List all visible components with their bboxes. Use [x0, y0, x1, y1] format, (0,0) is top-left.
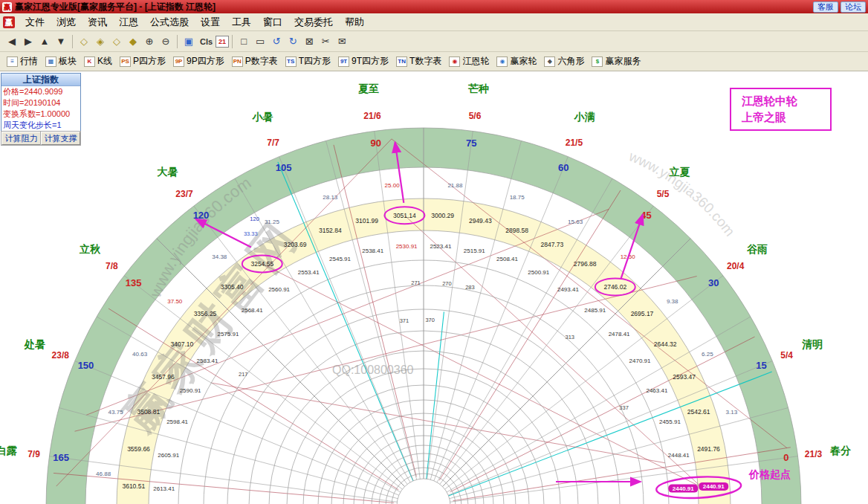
rotate-left-icon[interactable]: ↺ [268, 34, 285, 49]
svg-text:2440.91: 2440.91 [673, 485, 694, 492]
comment-tool-icon[interactable]: ✉ [334, 34, 350, 49]
svg-text:370: 370 [425, 317, 435, 323]
9p-square-button[interactable]: 9P9P四方形 [169, 54, 228, 69]
svg-text:3254.55: 3254.55 [250, 260, 273, 268]
svg-text:3508.81: 3508.81 [137, 408, 160, 416]
svg-text:30: 30 [708, 277, 719, 288]
svg-text:21/3: 21/3 [805, 449, 823, 459]
svg-text:2491.76: 2491.76 [697, 445, 720, 453]
svg-text:2575.91: 2575.91 [217, 331, 239, 337]
cut-tool-icon[interactable]: ✂ [317, 34, 334, 49]
svg-text:60: 60 [558, 162, 569, 173]
menu-item-江恩[interactable]: 江恩 [113, 13, 144, 31]
svg-text:21/6: 21/6 [363, 111, 381, 121]
svg-text:3051.14: 3051.14 [393, 212, 416, 219]
zoom-in-icon[interactable]: ⊕ [141, 34, 158, 49]
svg-text:2796.88: 2796.88 [574, 260, 597, 268]
calc-resistance-button[interactable]: 计算阻力 [1, 132, 41, 145]
svg-text:2448.41: 2448.41 [668, 452, 690, 459]
svg-text:23/8: 23/8 [52, 350, 70, 361]
kline-button[interactable]: KK线 [80, 54, 116, 69]
back-icon[interactable]: ◀ [4, 34, 20, 49]
svg-text:2508.41: 2508.41 [496, 256, 518, 262]
clear-button[interactable]: Cls [197, 34, 216, 49]
svg-text:25.00: 25.00 [385, 182, 401, 189]
calc-support-button[interactable]: 计算支撑 [41, 132, 80, 145]
p-number-table-button[interactable]: PNP数字表 [228, 54, 282, 69]
p-square-button[interactable]: PSP四方形 [116, 54, 169, 69]
diamond-grid-tool-icon[interactable]: ◈ [92, 34, 108, 49]
svg-text:3457.96: 3457.96 [152, 373, 175, 381]
menu-item-公式选股[interactable]: 公式选股 [144, 13, 195, 31]
toolbar-label: T四方形 [299, 55, 331, 68]
svg-text:夏至: 夏至 [358, 83, 379, 94]
svg-text:23/7: 23/7 [175, 189, 193, 199]
svg-text:313: 313 [566, 334, 575, 340]
svg-text:2695.17: 2695.17 [631, 310, 654, 317]
svg-text:90: 90 [371, 138, 381, 149]
svg-text:5/4: 5/4 [780, 350, 793, 361]
menu-item-设置[interactable]: 设置 [195, 13, 226, 31]
forum-button[interactable]: 论坛 [841, 1, 866, 13]
up-icon[interactable]: ▲ [36, 34, 53, 49]
menu-item-交易委托[interactable]: 交易委托 [288, 13, 339, 31]
info-row: 时间=20190104 [1, 97, 80, 109]
toolbar-label: 9T四方形 [352, 55, 389, 68]
down-icon[interactable]: ▼ [53, 34, 69, 49]
svg-text:2746.02: 2746.02 [603, 283, 626, 291]
menu-item-窗口[interactable]: 窗口 [257, 13, 288, 31]
diamond-solid-tool-icon[interactable]: ◆ [125, 34, 141, 49]
svg-text:2598.41: 2598.41 [166, 419, 188, 425]
wheel-note-line2: 上帝之眼 [742, 109, 830, 126]
winner-service-button[interactable]: $赢家服务 [588, 54, 644, 69]
menu-items: 文件浏览资讯江恩公式选股设置工具窗口交易委托帮助 [19, 13, 370, 31]
rect-tool-icon[interactable]: □ [236, 34, 252, 49]
calendar-icon[interactable]: 21 [216, 36, 229, 48]
svg-text:2523.41: 2523.41 [430, 243, 451, 250]
info-row: 变换系数=1.00000 [1, 109, 80, 120]
menu-bar: 赢 文件浏览资讯江恩公式选股设置工具窗口交易委托帮助 [0, 13, 868, 31]
menu-item-帮助[interactable]: 帮助 [339, 13, 370, 31]
label-tool-icon[interactable]: ▭ [252, 34, 268, 49]
info-panel: 上证指数 价格=2440.9099时间=20190104变换系数=1.00000… [1, 73, 81, 146]
zoom-out-icon[interactable]: ⊖ [158, 34, 174, 49]
svg-text:20/4: 20/4 [727, 261, 745, 271]
overlay-icon[interactable]: ▣ [181, 34, 197, 49]
winner-wheel-button[interactable]: ◉赢家轮 [493, 54, 540, 69]
service-button[interactable]: 客服 [813, 1, 838, 13]
info-row: 价格=2440.9099 [1, 86, 80, 97]
rotate-right-icon[interactable]: ↻ [285, 34, 301, 49]
svg-text:立夏: 立夏 [669, 166, 690, 178]
menu-item-浏览[interactable]: 浏览 [51, 13, 82, 31]
svg-text:大暑: 大暑 [157, 166, 178, 178]
svg-text:2542.61: 2542.61 [687, 408, 710, 416]
sectors-button[interactable]: ▦板块 [42, 54, 80, 69]
svg-text:3000.29: 3000.29 [431, 212, 454, 219]
t-number-table-button[interactable]: TNT数字表 [392, 54, 445, 69]
toolbar-label: T数字表 [409, 55, 441, 68]
delete-tool-icon[interactable]: ⊠ [301, 34, 317, 49]
diamond-outline-tool-icon[interactable]: ◇ [108, 34, 125, 49]
toolbar-label: 9P四方形 [187, 55, 224, 68]
toolbar-label: P四方形 [133, 55, 166, 68]
quotes-button[interactable]: ≡行情 [3, 54, 42, 69]
svg-text:120: 120 [250, 216, 259, 222]
forward-icon[interactable]: ▶ [20, 34, 36, 49]
t-square-button[interactable]: TST四方形 [282, 54, 334, 69]
winner-wheel-icon: ◉ [496, 56, 508, 67]
menu-item-工具[interactable]: 工具 [226, 13, 257, 31]
svg-text:2644.32: 2644.32 [654, 340, 677, 348]
hexagon-button[interactable]: ◆六角形 [540, 54, 588, 69]
svg-text:15.63: 15.63 [568, 219, 583, 225]
diamond-tool-icon[interactable]: ◇ [76, 34, 92, 49]
svg-text:5/6: 5/6 [469, 111, 482, 121]
menu-item-文件[interactable]: 文件 [19, 13, 51, 31]
info-panel-buttons: 计算阻力计算支撑 [1, 131, 80, 145]
svg-text:2515.91: 2515.91 [464, 248, 485, 254]
gann-wheel-button[interactable]: ◉江恩轮 [445, 54, 493, 69]
svg-text:43.75: 43.75 [108, 409, 124, 416]
svg-text:135: 135 [126, 277, 142, 288]
menu-item-资讯[interactable]: 资讯 [82, 13, 113, 31]
9t-square-button[interactable]: 9T9T四方形 [334, 54, 392, 69]
svg-text:5/5: 5/5 [657, 189, 670, 199]
